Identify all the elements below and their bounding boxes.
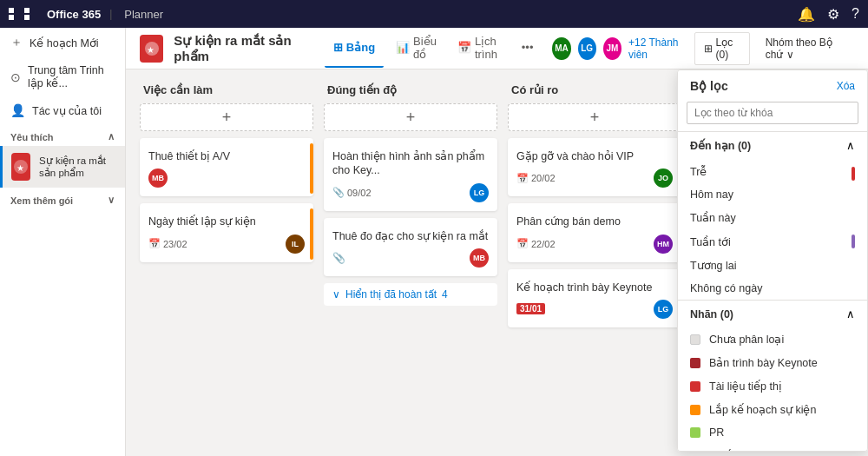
favorites-chevron[interactable]: ∧ — [108, 131, 115, 142]
filter-item-label: PR — [709, 426, 724, 439]
group-label: Nhóm theo Bộ chứ ∨ — [766, 36, 845, 61]
card-hoan-thien[interactable]: Hoàn thiện hình ảnh sản phẩm cho Key... … — [324, 138, 497, 211]
filter-item-chuaphanloai[interactable]: Chưa phân loại — [678, 327, 867, 351]
filter-item-pr[interactable]: PR — [678, 421, 867, 444]
filter-section-denhan-items: Trễ Hôm nay Tuần này Tuần tới Tương la — [678, 159, 867, 300]
tab-lichTrinh-icon: 📅 — [457, 41, 471, 54]
tab-bieudo[interactable]: 📊 Biểu đồ — [387, 30, 445, 68]
column-header-viec: Việc cần làm — [140, 83, 313, 96]
card-date-value: 20/02 — [531, 173, 556, 183]
filter-item-keynote[interactable]: Bản trình bày Keynote — [678, 351, 867, 374]
card-phan-cung[interactable]: Phân cứng bán demo 📅 22/02 HM ··· — [508, 203, 681, 261]
card-date: 📅 23/02 — [148, 238, 187, 249]
my-tasks-item[interactable]: 👤 Tác vụ của tôi — [0, 96, 125, 124]
filter-section-denhan-header[interactable]: Đến hạn (0) ∧ — [678, 132, 867, 159]
card-title: Phân cứng bán demo — [516, 215, 673, 228]
tab-more-label: ••• — [522, 41, 534, 54]
project-title: Sự kiện ra mắt sản phẩm — [174, 33, 307, 64]
app-grid-icon[interactable] — [9, 8, 38, 20]
filter-item-thietbi[interactable]: Thiết bị — [678, 444, 867, 452]
filter-section-nhan-items: Chưa phân loại Bản trình bày Keynote Tài… — [678, 327, 867, 452]
filter-section-nhan: Nhãn (0) ∧ Chưa phân loại Bản trình bày … — [678, 300, 867, 452]
help-icon[interactable]: ? — [852, 6, 859, 22]
plus-icon: ＋ — [10, 35, 23, 50]
home-icon: ⊙ — [10, 70, 21, 84]
card-title: Thuê đo đạc cho sự kiện ra mắt — [332, 229, 489, 243]
filter-item-bar-tuantoi — [852, 235, 855, 248]
person-icon: 👤 — [10, 103, 25, 117]
filter-item-tiepton[interactable]: Tài liệu tiếp thị — [678, 374, 867, 398]
filter-item-label: Không có ngày — [690, 282, 762, 294]
member-count[interactable]: +12 Thành viên — [628, 36, 687, 61]
new-plan-label: Kế hoạch Mới — [30, 36, 99, 50]
bell-icon[interactable]: 🔔 — [798, 6, 815, 23]
completed-count: 4 — [442, 288, 448, 301]
sidebar: ＋ Kế hoạch Mới ⊙ Trung tâm Trinh lập kế.… — [0, 28, 126, 456]
topbar-separator: | — [109, 8, 112, 20]
card-footer: 📅 23/02 IL — [148, 235, 305, 254]
avatar-jm[interactable]: JM — [603, 37, 621, 60]
card-footer: 31/01 LG — [516, 300, 673, 319]
filter-clear-button[interactable]: Xóa — [837, 80, 855, 92]
group-button[interactable]: Nhóm theo Bộ chứ ∨ — [757, 33, 854, 64]
show-completed-button[interactable]: ∨ Hiển thị đã hoàn tất 4 — [324, 283, 497, 306]
card-date: 📅 20/02 — [516, 173, 556, 184]
tab-bang[interactable]: ⊞ Bảng — [325, 30, 384, 68]
tab-more[interactable]: ••• — [513, 30, 542, 68]
filter-item-label: Tương lai — [690, 259, 737, 272]
filter-button[interactable]: ⊞ Lọc (0) — [694, 32, 750, 65]
plan-logo: ★ — [11, 153, 30, 181]
gear-icon[interactable]: ⚙ — [827, 6, 839, 23]
nav-tabs: ⊞ Bảng 📊 Biểu đồ 📅 Lịch trình ••• — [325, 30, 542, 68]
filter-item-label: Trễ — [690, 165, 707, 178]
filter-item-lapke[interactable]: Lắp kế hoạch sự kiện — [678, 398, 867, 421]
filter-section-nhan-header[interactable]: Nhãn (0) ∧ — [678, 301, 867, 327]
attachment-icon: 📎 — [332, 187, 345, 198]
add-card-viec[interactable]: + — [140, 103, 313, 131]
filter-panel-header: Bộ lọc Xóa — [678, 70, 867, 98]
label-dot-pr — [690, 427, 700, 438]
office-label: Office 365 — [47, 8, 101, 21]
filter-search-input[interactable] — [687, 102, 858, 124]
filter-item-tuannay[interactable]: Tuần này — [678, 206, 867, 229]
see-more-chevron[interactable]: ∨ — [108, 195, 115, 206]
section-chevron-denhan: ∧ — [846, 139, 855, 152]
filter-item-khongngay[interactable]: Không có ngày — [678, 277, 867, 300]
filter-item-label: Chưa phân loại — [709, 333, 784, 346]
add-card-rui[interactable]: + — [508, 103, 681, 131]
filter-item-tre[interactable]: Trễ — [678, 159, 867, 183]
filter-search-container — [678, 98, 867, 131]
filter-item-tuonglai[interactable]: Tương lai — [678, 254, 867, 277]
favorites-label: Yêu thích — [10, 132, 54, 142]
tab-bieudo-label: Biểu đồ — [413, 35, 437, 61]
see-more-section: Xem thêm gói ∨ — [0, 188, 125, 209]
card-gap-go[interactable]: Gặp gỡ và chào hỏi VIP 📅 20/02 JO ··· — [508, 138, 681, 196]
card-thue-do-dac[interactable]: Thuê đo đạc cho sự kiện ra mắt 📎 MB ··· — [324, 218, 497, 276]
filter-item-label: Tuần này — [690, 211, 736, 224]
card-ngay-thiet-lap[interactable]: Ngày thiết lập sự kiện 📅 23/02 IL ··· — [140, 203, 313, 261]
training-center-label: Trung tâm Trinh lập kế... — [28, 64, 115, 89]
card-date-value: 23/02 — [163, 239, 187, 249]
favorite-plan-item[interactable]: ★ Sự kiện ra mắt sản phẩm — [0, 146, 125, 188]
label-dot-keynote — [690, 358, 700, 368]
label-dot-tiepton — [690, 381, 700, 392]
training-center-item[interactable]: ⊙ Trung tâm Trinh lập kế... — [0, 57, 125, 96]
content-area: ★ Sự kiện ra mắt sản phẩm ⊞ Bảng 📊 Biểu … — [126, 28, 868, 456]
tab-lichTrinh[interactable]: 📅 Lịch trình — [449, 30, 510, 68]
filter-item-homnay[interactable]: Hôm nay — [678, 183, 867, 206]
filter-item-tuantoi[interactable]: Tuần tới — [678, 229, 867, 254]
avatar-ma[interactable]: MA — [552, 37, 570, 60]
column-co-rui-ro: Có rủi ro + Gặp gỡ và chào hỏi VIP 📅 20/… — [508, 83, 681, 442]
svg-text:★: ★ — [147, 45, 155, 55]
card-avatar: MB — [470, 248, 489, 268]
subheader: ★ Sự kiện ra mắt sản phẩm ⊞ Bảng 📊 Biểu … — [126, 28, 868, 69]
avatar-lg[interactable]: LG — [578, 37, 596, 60]
filter-section-nhan-title: Nhãn (0) — [690, 308, 733, 321]
new-plan-button[interactable]: ＋ Kế hoạch Mới — [0, 28, 125, 57]
card-thue-thiet-bi[interactable]: Thuê thiết bị A/V MB ··· — [140, 138, 313, 196]
card-ke-hoach-keynote[interactable]: Kế hoạch trình bày Keynote 31/01 LG ··· — [508, 269, 681, 327]
card-title: Gặp gỡ và chào hỏi VIP — [516, 149, 673, 163]
tab-bieudo-icon: 📊 — [396, 41, 410, 54]
add-card-dung[interactable]: + — [324, 103, 497, 131]
favorites-section: Yêu thích ∧ — [0, 124, 125, 146]
